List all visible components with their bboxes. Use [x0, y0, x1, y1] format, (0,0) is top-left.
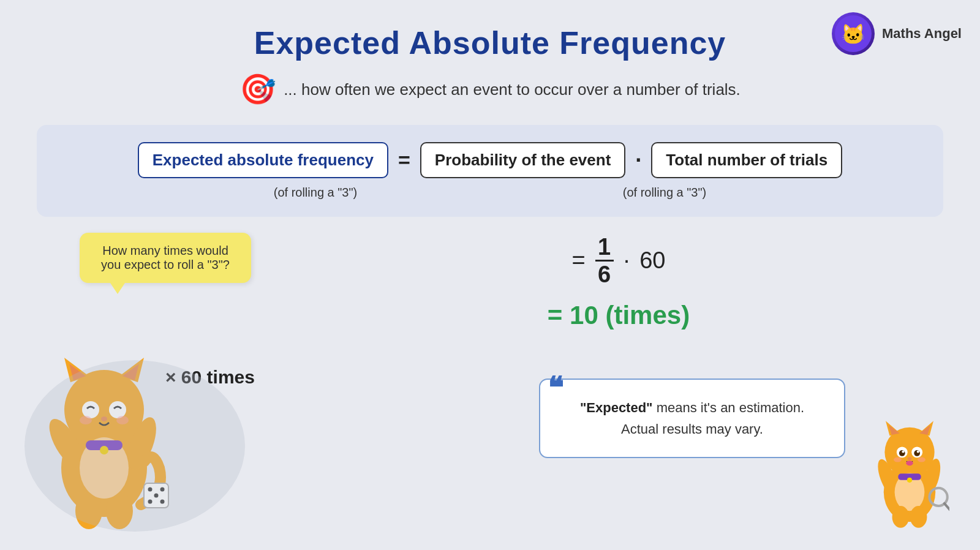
cat-left	[37, 321, 172, 532]
subtitle-text: ... how often we expect an event to occu…	[284, 80, 741, 99]
svg-point-48	[910, 506, 927, 528]
eaf-label: Expected absolute frequency	[138, 142, 388, 178]
svg-point-37	[917, 450, 919, 453]
calc-multiplier: 60	[639, 247, 665, 274]
prob-subtext: (of rolling a "3")	[560, 186, 769, 200]
svg-point-39	[894, 457, 902, 462]
fraction-row: = 1 6 · 60	[571, 235, 665, 286]
calc-equals: =	[571, 247, 585, 274]
calc-dot: ·	[624, 247, 630, 274]
cat-circle-bg	[24, 360, 245, 532]
svg-point-38	[908, 457, 912, 460]
calc-center: = 1 6 · 60 = 10 (times)	[548, 235, 690, 330]
logo-name: Maths Angel	[882, 26, 962, 42]
numerator: 1	[598, 235, 611, 258]
formula-row: Expected absolute frequency = Probabilit…	[138, 142, 842, 178]
logo-area: 🐱 Maths Angel	[832, 12, 962, 55]
probability-label: Probability of the event	[420, 142, 626, 178]
quote-mark: ❝	[548, 374, 564, 403]
svg-point-41	[906, 461, 913, 465]
svg-text:🐱: 🐱	[841, 23, 865, 46]
quote-box: ❝ "Expected" means it's an estimation. A…	[539, 379, 845, 458]
formula-equals: =	[398, 148, 410, 172]
speech-bubble-text: How many times would you expect to roll …	[101, 244, 230, 271]
speech-bubble: How many times would you expect to roll …	[80, 233, 251, 283]
result: = 10 (times)	[548, 301, 690, 330]
formula-subtexts: (of rolling a "3") (of rolling a "3")	[61, 186, 919, 200]
fraction: 1 6	[595, 235, 614, 286]
formula-dot: ·	[635, 148, 641, 173]
cat-right-svg	[870, 400, 949, 529]
logo-icon: 🐱	[832, 12, 875, 55]
svg-point-50	[907, 478, 912, 483]
svg-point-40	[918, 457, 925, 462]
target-icon: 🎯	[239, 72, 276, 107]
svg-point-47	[892, 506, 910, 528]
formula-box: Expected absolute frequency = Probabilit…	[37, 125, 943, 217]
eaf-subtext: (of rolling a "3")	[211, 186, 420, 200]
quote-expected-bold: "Expected"	[580, 400, 653, 415]
denominator: 6	[598, 263, 611, 286]
cat-right	[870, 400, 949, 532]
trials-label: Total number of trials	[651, 142, 842, 178]
svg-point-36	[902, 450, 904, 453]
svg-line-45	[944, 503, 949, 510]
subtitle-row: 🎯 ... how often we expect an event to oc…	[0, 72, 980, 107]
